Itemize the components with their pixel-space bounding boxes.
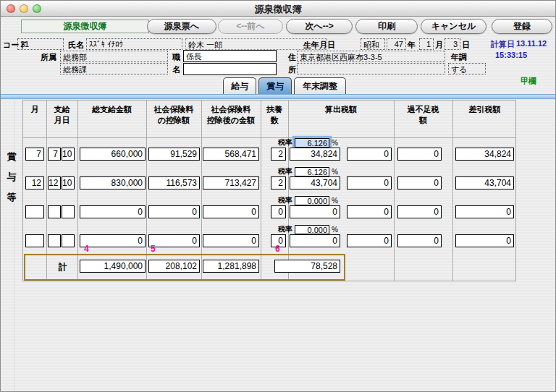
rate-field[interactable]: 6.126 [295, 138, 329, 148]
month-suffix-label: 月 [435, 40, 443, 51]
field-marker-4: 4 [84, 244, 89, 254]
next-button[interactable]: 次へ--> [286, 19, 353, 34]
col-header-gross: 総支給金額 [77, 104, 146, 115]
dependents-field[interactable]: 2 [271, 148, 286, 161]
birth-era-field[interactable]: 昭和 [361, 38, 385, 50]
cancel-button[interactable]: キャンセル [421, 19, 486, 34]
gross-pay-field[interactable]: 0 [80, 234, 146, 247]
birth-month-field[interactable]: 1 [419, 38, 434, 50]
job-title-input-1[interactable]: 係長 [183, 50, 277, 62]
net-tax-field[interactable]: 43,704 [455, 176, 514, 189]
dependents-field[interactable]: 2 [271, 176, 286, 189]
birthdate-label: 生年月日 [303, 40, 335, 51]
insurance-deduction-field[interactable]: 91,529 [148, 148, 200, 161]
app-window: 源泉徴収簿 源泉徴収簿 源泉票へ <--前へ 次へ--> 印刷 キャンセル 登録… [0, 0, 556, 392]
tab-nenmatsu-chosei[interactable]: 年末調整 [294, 77, 346, 94]
address-field-2[interactable] [297, 63, 445, 74]
totals-label: 計 [43, 261, 83, 273]
gross-pay-field[interactable]: 660,000 [80, 148, 146, 161]
day-suffix-label: 日 [462, 40, 470, 51]
calc-tax-field[interactable]: 34,824 [290, 148, 340, 161]
bonus-side-label: 賞 与 等 [5, 147, 18, 208]
pay-day-field[interactable] [62, 234, 75, 247]
register-button[interactable]: 登録 [492, 19, 552, 34]
net-tax-field[interactable]: 0 [455, 234, 514, 247]
adjustment-field[interactable]: 0 [347, 205, 392, 218]
tab-kyuyo[interactable]: 給与 [223, 77, 256, 94]
job-title-label-2: 名 [172, 64, 180, 75]
rate-field[interactable]: 6.126 [295, 167, 329, 176]
gross-pay-field[interactable]: 0 [80, 205, 146, 218]
adjustment-field[interactable]: 0 [347, 148, 392, 161]
month-field[interactable] [25, 205, 44, 218]
pay-day-field[interactable]: 10 [62, 176, 75, 189]
year-suffix-label: 年 [408, 40, 416, 51]
birth-year-field[interactable]: 47 [387, 38, 406, 50]
month-field[interactable] [25, 234, 44, 247]
pay-month-field[interactable] [48, 205, 61, 218]
insurance-deduction-field[interactable]: 0 [148, 205, 200, 218]
col-header-dependents: 扶養 数 [261, 104, 288, 126]
pay-month-field[interactable]: 12 [48, 176, 61, 189]
total-gross: 1,490,000 [80, 260, 146, 273]
col-header-month: 月 [23, 104, 46, 115]
col-header-net-tax: 差引税額 [452, 104, 517, 115]
department-field-1[interactable]: 総務部 [60, 51, 168, 62]
gross-pay-field[interactable]: 830,000 [80, 176, 146, 189]
over-under-tax-field[interactable]: 0 [397, 148, 442, 161]
pay-month-field[interactable]: 7 [48, 148, 61, 161]
pay-day-field[interactable] [62, 205, 75, 218]
total-insurance: 208,102 [148, 260, 200, 273]
calc-tax-field[interactable]: 0 [290, 234, 340, 247]
print-button[interactable]: 印刷 [355, 19, 418, 34]
after-insurance-field[interactable]: 568,471 [203, 148, 259, 161]
net-tax-field[interactable]: 34,824 [455, 148, 514, 161]
col-header-calc-tax: 算出税額 [288, 104, 394, 115]
rate-unit: % [332, 197, 338, 205]
over-under-tax-field[interactable]: 0 [397, 234, 442, 247]
bonus-row: 税率0.000% 0 0 0 0 0 0 0 0 [23, 195, 517, 219]
calc-tax-field[interactable]: 0 [290, 205, 340, 218]
rate-field[interactable]: 0.000 [295, 225, 329, 234]
after-insurance-field[interactable]: 0 [203, 234, 259, 247]
rate-field[interactable]: 0.000 [295, 196, 329, 205]
to-gensenhyo-button[interactable]: 源泉票へ [147, 19, 216, 34]
bonus-row: 税率0.000% 0 0 0 0 0 0 0 0 [23, 224, 517, 248]
department-field-2[interactable]: 総務課 [60, 63, 168, 74]
net-tax-field[interactable]: 0 [455, 205, 514, 218]
pay-month-field[interactable] [48, 234, 61, 247]
after-insurance-field[interactable]: 0 [203, 205, 259, 218]
calc-date-label: 計算日 [491, 39, 515, 50]
rate-label: 税率 [278, 166, 292, 176]
total-calc-tax: 78,528 [274, 260, 340, 273]
rate-unit: % [332, 168, 338, 176]
name-kana-field[interactable]: ｽｽﾞｷ ｲﾁﾛｳ [86, 38, 182, 50]
birth-day-field[interactable]: 3 [445, 38, 460, 50]
month-field[interactable]: 12 [25, 176, 44, 189]
bonus-table: 月 支給 月日 総支給金額 社会保険料 の控除額 社会保険料 控除後の金額 扶養… [22, 100, 516, 281]
after-insurance-field[interactable]: 713,427 [203, 176, 259, 189]
nencho-field[interactable]: する [448, 63, 486, 74]
rate-unit: % [332, 226, 338, 234]
over-under-tax-field[interactable]: 0 [397, 205, 442, 218]
rate-unit: % [332, 139, 338, 147]
pay-day-field[interactable]: 10 [62, 148, 75, 161]
address-label-2: 所 [288, 64, 296, 75]
insurance-deduction-field[interactable]: 0 [148, 234, 200, 247]
insurance-deduction-field[interactable]: 116,573 [148, 176, 200, 189]
month-field[interactable]: 7 [25, 148, 44, 161]
calc-time-value: 15:33:15 [495, 51, 527, 59]
adjustment-field[interactable]: 0 [347, 234, 392, 247]
total-after-insurance: 1,281,898 [203, 260, 259, 273]
name-label: 氏名 [68, 40, 84, 51]
screen-name-badge: 源泉徴収簿 [21, 20, 149, 33]
job-title-input-2[interactable] [183, 63, 277, 75]
calc-tax-field[interactable]: 43,704 [290, 176, 340, 189]
address-field-1[interactable]: 東京都港区西麻布3-3-5 [297, 51, 445, 62]
tab-shoyo[interactable]: 賞与 [258, 77, 292, 94]
over-under-tax-field[interactable]: 0 [397, 176, 442, 189]
dependents-field[interactable]: 0 [271, 205, 286, 218]
rate-label: 税率 [278, 195, 292, 205]
code-field[interactable]: 21 [17, 38, 64, 50]
adjustment-field[interactable]: 0 [347, 176, 392, 189]
